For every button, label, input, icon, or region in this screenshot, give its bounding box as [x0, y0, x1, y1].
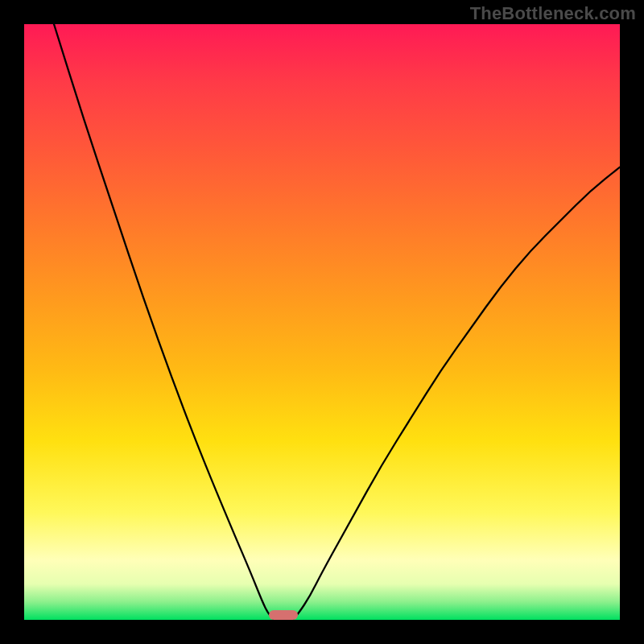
curve-right-branch: [292, 167, 620, 620]
curve-svg: [24, 24, 620, 620]
chart-frame: TheBottleneck.com: [0, 0, 644, 644]
bottleneck-marker: [269, 610, 298, 620]
watermark-text: TheBottleneck.com: [470, 3, 636, 24]
curve-left-branch: [54, 24, 275, 620]
plot-area: [24, 24, 620, 620]
